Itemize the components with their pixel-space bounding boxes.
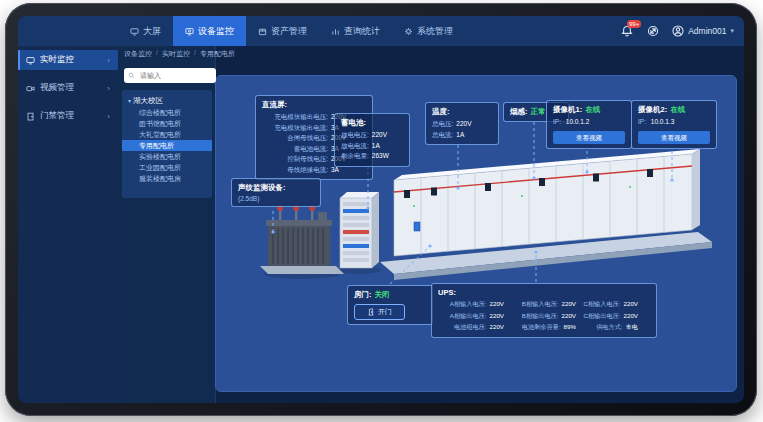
ip-label: IP:: [553, 118, 561, 125]
big-screen-icon: [130, 27, 139, 36]
camera2-status: 在线: [670, 105, 685, 115]
nav-label: 大屏: [143, 25, 161, 38]
main-content: 直流屏: 充电模块输出电压:220V 充电模块输出电流:3A 合闸母线电压:20…: [215, 75, 737, 392]
ups-metric: A相输出电压:220V: [438, 311, 504, 322]
view-video-button[interactable]: 查看视频: [553, 131, 625, 144]
panel-title: UPS:: [438, 288, 650, 297]
smoke-label: 烟感:: [510, 107, 528, 117]
notifications-button[interactable]: 99+: [620, 24, 634, 38]
view-video-button[interactable]: 查看视频: [638, 131, 710, 144]
video-camera-icon: [26, 84, 35, 93]
open-door-button[interactable]: 开门: [354, 304, 405, 320]
nav-item-query-statistics[interactable]: 查询统计: [319, 16, 392, 46]
tree-item-label: 工业园配电所: [139, 164, 181, 171]
camera2-title: 摄像机2:: [638, 105, 667, 115]
chevron-down-icon: ▾: [730, 27, 734, 35]
sidebar-item-label: 视频管理: [40, 82, 74, 94]
panel-title: 直流屏:: [262, 100, 366, 110]
monitor-icon: [26, 56, 35, 65]
door-label: 房门:: [354, 290, 372, 300]
wall-device: [414, 222, 420, 231]
chevron-right-icon: ›: [107, 56, 110, 65]
fullscreen-button[interactable]: [646, 24, 660, 38]
tree-root-label: 湖大校区: [133, 96, 163, 105]
sidebar-item-video-management[interactable]: 视频管理 ›: [18, 78, 118, 98]
nav-item-asset-management[interactable]: 资产管理: [246, 16, 319, 46]
transformer: [260, 205, 344, 279]
tree-item-label: 专用配电所: [139, 142, 174, 149]
breadcrumb-item[interactable]: 专用配电所: [200, 49, 235, 59]
sidebar: 实时监控 › 视频管理 › 门禁管理 ›: [18, 46, 118, 403]
breadcrumb-item[interactable]: 设备监控: [124, 49, 152, 59]
ups-panel: UPS: A相输入电压:220V B相输入电压:220V C相输入电压:220V…: [431, 283, 657, 338]
tree-item-label: 综合楼配电所: [139, 109, 181, 116]
topbar-actions: 99+ Admin001 ▾: [620, 16, 734, 46]
door-panel: 房门: 关闭 开门: [347, 285, 433, 325]
metric-row: 总电流:1A: [432, 130, 492, 141]
tree-item[interactable]: 实验楼配电所: [122, 151, 212, 162]
collapse-arrow-icon: ▾: [128, 98, 131, 104]
sidebar-item-realtime-monitoring[interactable]: 实时监控 ›: [18, 50, 118, 70]
chevron-right-icon: ›: [107, 84, 110, 93]
metric-row: 剩余电量:263W: [341, 151, 403, 162]
user-menu[interactable]: Admin001 ▾: [672, 25, 734, 37]
camera1-panel: 摄像机1: 在线 IP: 10.0.1.2 查看视频: [546, 100, 632, 149]
user-avatar-icon: [672, 25, 684, 37]
equipment-rack: [337, 192, 381, 274]
nav-item-system-management[interactable]: 系统管理: [392, 16, 465, 46]
tree-root-node[interactable]: ▾湖大校区: [122, 94, 212, 107]
fullscreen-icon: [647, 25, 659, 37]
ups-metric: 电池组电压:220V: [438, 322, 504, 333]
sidebar-item-label: 门禁管理: [40, 110, 74, 122]
sidebar-item-access-control[interactable]: 门禁管理 ›: [18, 106, 118, 126]
breadcrumb-separator: /: [156, 49, 158, 59]
tree-item-label: 大礼堂配电所: [139, 131, 181, 138]
chevron-right-icon: ›: [107, 112, 110, 121]
tree-item[interactable]: 大礼堂配电所: [122, 129, 212, 140]
box-icon: [258, 27, 267, 36]
camera2-panel: 摄像机2: 在线 IP: 10.0.1.3 查看视频: [631, 100, 717, 149]
tree-item[interactable]: 服装楼配电房: [122, 173, 212, 184]
tree-item-label: 服装楼配电房: [139, 175, 181, 182]
battery-panel: 蓄电池: 放电电压:220V 放电电流:1A 剩余电量:263W: [334, 113, 410, 167]
nav-label: 系统管理: [417, 25, 453, 38]
tree-item-label: 实验楼配电所: [139, 153, 181, 160]
ups-metric: B相输出电压:220V: [504, 311, 576, 322]
acoustic-value: (2.5dB): [238, 195, 314, 202]
acoustic-label: 声纹监测设备:: [238, 183, 314, 193]
breadcrumb-item[interactable]: 实时监控: [162, 49, 190, 59]
panel-title: 蓄电池:: [341, 118, 403, 128]
top-nav-bar: 大屏 设备监控 资产管理 查询统计 系统管理 99+: [18, 16, 744, 46]
app-screen: 大屏 设备监控 资产管理 查询统计 系统管理 99+: [18, 16, 744, 403]
sidebar-item-label: 实时监控: [40, 54, 74, 66]
tree-item[interactable]: 综合楼配电所: [122, 107, 212, 118]
door-open-icon: [367, 308, 375, 316]
camera2-ip: 10.0.1.3: [651, 118, 675, 125]
metric-row: 放电电流:1A: [341, 141, 403, 152]
tree-item[interactable]: 工业园配电所: [122, 162, 212, 173]
tree-item-label: 图书馆配电所: [139, 120, 181, 127]
tree-search: [124, 68, 216, 83]
tree-item[interactable]: 专用配电所: [122, 140, 212, 151]
main-nav: 大屏 设备监控 资产管理 查询统计 系统管理: [118, 16, 465, 46]
ups-metric: B相输入电压:220V: [504, 299, 576, 310]
ups-metric: 供电方式:市电: [576, 322, 638, 333]
temperature-panel: 温度: 总电压:220V 总电流:1A: [425, 102, 499, 145]
metric-row: 总电压:220V: [432, 119, 492, 130]
nav-item-device-monitoring[interactable]: 设备监控: [173, 16, 246, 46]
ip-label: IP:: [638, 118, 646, 125]
smoke-status: 正常: [531, 107, 546, 117]
camera1-title: 摄像机1:: [553, 105, 582, 115]
open-door-label: 开门: [378, 306, 392, 318]
search-icon: [128, 72, 135, 79]
tree-item[interactable]: 图书馆配电所: [122, 118, 212, 129]
breadcrumb: 设备监控 / 实时监控 / 专用配电所: [124, 49, 344, 59]
nav-label: 查询统计: [344, 25, 380, 38]
device-frame: 大屏 设备监控 资产管理 查询统计 系统管理 99+: [5, 3, 757, 416]
door-status: 关闭: [375, 290, 390, 300]
camera1-ip: 10.0.1.2: [566, 118, 590, 125]
door-icon: [26, 112, 35, 121]
nav-item-dashboard[interactable]: 大屏: [118, 16, 173, 46]
search-input[interactable]: [138, 71, 212, 80]
ups-metric: A相输入电压:220V: [438, 299, 504, 310]
